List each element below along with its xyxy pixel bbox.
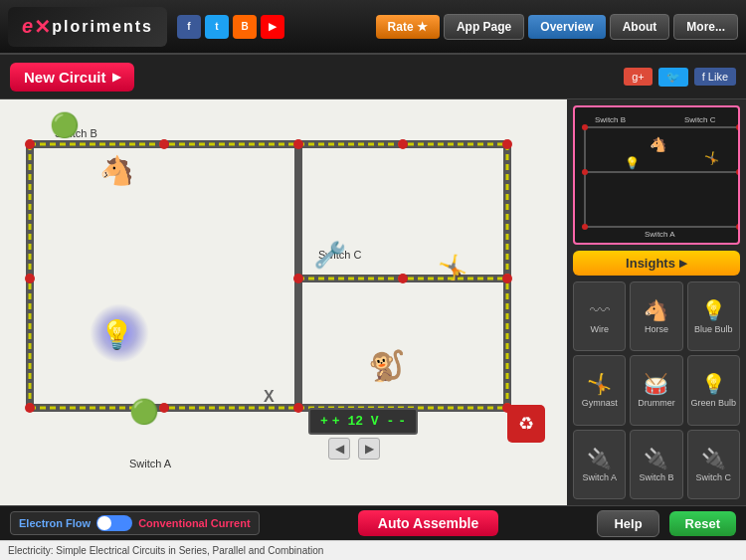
- battery-display[interactable]: + + 12 V - -: [308, 408, 418, 435]
- drummer-component[interactable]: 🐒: [368, 348, 405, 383]
- battery-voltage: + 12 V -: [332, 414, 394, 429]
- prev-arrow[interactable]: ◀: [328, 438, 350, 460]
- switch-c-component[interactable]: 🔧: [314, 239, 345, 271]
- svg-point-33: [736, 169, 738, 175]
- switch-a-component[interactable]: 🟢: [129, 398, 159, 426]
- svg-point-25: [159, 139, 169, 149]
- drummer-icon: 🥁: [644, 372, 668, 396]
- switch-a-icon: 🔌: [587, 447, 612, 470]
- components-grid: 〰 Wire 🐴 Horse 💡 Blue Bulb 🤸 Gymnast 🥁 D…: [573, 281, 740, 499]
- svg-point-30: [582, 124, 588, 130]
- drummer-label: Drummer: [638, 398, 675, 408]
- twitter-icon[interactable]: t: [205, 15, 229, 39]
- gymnast-component[interactable]: 🤸: [438, 254, 467, 281]
- overview-button[interactable]: Overview: [528, 15, 605, 39]
- rate-button[interactable]: Rate ★: [376, 15, 440, 39]
- component-blue-bulb[interactable]: 💡 Blue Bulb: [687, 281, 740, 351]
- twitter-sm-button[interactable]: 🐦: [658, 68, 688, 87]
- reset-button[interactable]: Reset: [669, 511, 736, 536]
- facebook-icon[interactable]: f: [177, 15, 201, 39]
- svg-point-15: [25, 139, 35, 149]
- svg-point-35: [736, 224, 738, 230]
- component-switch-a[interactable]: 🔌 Switch A: [573, 430, 626, 499]
- wire-label: Wire: [590, 324, 609, 334]
- main-area: Switch B 🟢 🐴 💡 Switch C 🔧 🐒 🤸 Switch A 🟢…: [0, 99, 746, 505]
- header-social-buttons: f t B ▶: [177, 15, 284, 39]
- horse-label: Horse: [645, 324, 668, 334]
- svg-text:🤸: 🤸: [704, 150, 719, 165]
- bulb-component[interactable]: 💡: [99, 318, 134, 351]
- switch-a-label: Switch A: [129, 458, 171, 469]
- next-arrow[interactable]: ▶: [358, 438, 380, 460]
- svg-text:🐴: 🐴: [650, 136, 667, 153]
- horse-icon: 🐴: [644, 298, 668, 322]
- gplus-button[interactable]: g+: [624, 68, 653, 86]
- switch-b-component[interactable]: 🟢: [50, 111, 80, 139]
- component-drummer[interactable]: 🥁 Drummer: [630, 355, 682, 425]
- component-wire[interactable]: 〰 Wire: [573, 281, 626, 351]
- green-bulb-label: Green Bulb: [691, 398, 737, 408]
- electron-flow-label: Electron Flow: [19, 517, 91, 529]
- circuit-canvas[interactable]: Switch B 🟢 🐴 💡 Switch C 🔧 🐒 🤸 Switch A 🟢…: [0, 99, 567, 505]
- svg-text:💡: 💡: [625, 155, 640, 170]
- svg-text:Switch C: Switch C: [684, 115, 716, 124]
- cross-marker: X: [264, 388, 275, 406]
- battery-minus-icon: -: [398, 414, 406, 429]
- svg-point-34: [582, 224, 588, 230]
- apppage-button[interactable]: App Page: [444, 14, 524, 40]
- svg-point-17: [502, 139, 512, 149]
- nav-arrows: ◀ ▶: [328, 438, 380, 460]
- flow-toggle[interactable]: [96, 515, 132, 531]
- svg-point-26: [398, 139, 408, 149]
- toolbar: New Circuit g+ 🐦 f Like: [0, 55, 746, 99]
- svg-point-16: [293, 139, 303, 149]
- switch-c-icon: 🔌: [701, 447, 726, 470]
- sidebar: Switch B Switch C Switch A 🐴 🤸 💡 Insight…: [567, 99, 746, 505]
- svg-point-22: [293, 403, 303, 413]
- svg-point-31: [736, 124, 738, 130]
- conventional-current-label: Conventional Current: [138, 517, 250, 529]
- blue-bulb-label: Blue Bulb: [694, 324, 733, 334]
- toolbar-social: g+ 🐦 f Like: [624, 68, 736, 87]
- insights-button[interactable]: Insights: [573, 251, 740, 276]
- svg-point-21: [502, 274, 512, 283]
- switch-c-label-comp: Switch C: [696, 472, 732, 482]
- flow-toggle-section: Electron Flow Conventional Current: [10, 511, 260, 535]
- gymnast-label: Gymnast: [582, 398, 618, 408]
- youtube-icon[interactable]: ▶: [261, 15, 284, 39]
- svg-text:Switch A: Switch A: [645, 230, 675, 239]
- switch-b-icon: 🔌: [644, 447, 668, 470]
- svg-point-19: [25, 403, 35, 413]
- status-text: Electricity: Simple Electrical Circuits …: [8, 545, 323, 556]
- fb-like-button[interactable]: f Like: [694, 68, 736, 86]
- more-button[interactable]: More...: [673, 14, 738, 40]
- component-switch-b[interactable]: 🔌 Switch B: [630, 430, 682, 499]
- battery-plus-icon: +: [320, 414, 328, 429]
- status-bar: Electricity: Simple Electrical Circuits …: [0, 540, 746, 560]
- blue-bulb-icon: 💡: [701, 298, 726, 322]
- switch-b-label-comp: Switch B: [639, 472, 673, 482]
- preview-svg: Switch B Switch C Switch A 🐴 🤸 💡: [575, 107, 738, 243]
- svg-text:Switch B: Switch B: [595, 115, 626, 124]
- blogger-icon[interactable]: B: [233, 15, 257, 39]
- svg-point-27: [398, 274, 408, 283]
- help-button[interactable]: Help: [597, 510, 658, 537]
- about-button[interactable]: About: [610, 14, 670, 40]
- new-circuit-button[interactable]: New Circuit: [10, 63, 134, 92]
- component-gymnast[interactable]: 🤸 Gymnast: [573, 355, 626, 425]
- circuit-preview: Switch B Switch C Switch A 🐴 🤸 💡: [573, 105, 740, 245]
- svg-point-32: [582, 169, 588, 175]
- app-logo: e✕ploriments: [8, 7, 167, 47]
- component-green-bulb[interactable]: 💡 Green Bulb: [687, 355, 740, 425]
- header: e✕ploriments f t B ▶ Rate ★ App Page Ove…: [0, 0, 746, 55]
- horse-component[interactable]: 🐴: [99, 154, 134, 187]
- delete-bin[interactable]: ♻: [507, 405, 545, 443]
- gymnast-icon: 🤸: [587, 372, 612, 396]
- component-switch-c[interactable]: 🔌 Switch C: [687, 430, 740, 499]
- switch-a-label-comp: Switch A: [582, 472, 617, 482]
- component-horse[interactable]: 🐴 Horse: [630, 281, 682, 351]
- svg-point-24: [159, 403, 169, 413]
- auto-assemble-button[interactable]: Auto Assemble: [358, 510, 498, 536]
- green-bulb-icon: 💡: [701, 372, 726, 396]
- header-nav: Rate ★ App Page Overview About More...: [376, 14, 738, 40]
